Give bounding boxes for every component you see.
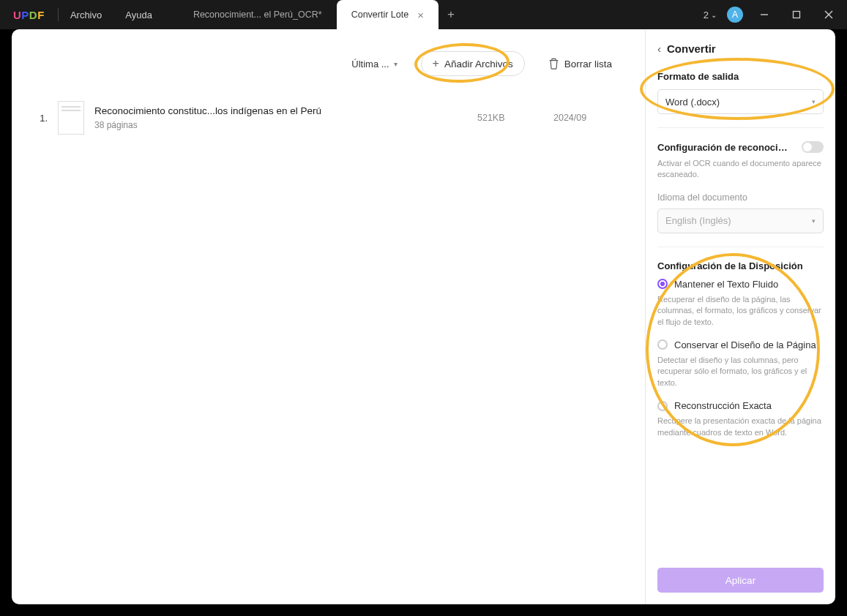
sidebar-title: Convertir <box>667 42 716 55</box>
sort-button[interactable]: Última ...▾ <box>344 54 404 74</box>
window-controls: 2⌄ A <box>704 4 847 26</box>
output-format-label: Formato de salida <box>657 71 824 82</box>
layout-config-label: Configuración de la Disposición <box>657 260 824 271</box>
clear-list-button[interactable]: Borrar lista <box>541 53 619 74</box>
plus-icon: + <box>433 57 439 70</box>
radio-icon <box>657 339 668 350</box>
radio-exact[interactable]: Reconstrucción Exacta Recupere la presen… <box>657 400 824 438</box>
ocr-label: Configuración de reconocimient... <box>657 142 789 153</box>
main-toolbar: Última ...▾ + Añadir Archivos Borrar lis… <box>37 51 619 76</box>
layout-radio-group: Mantener el Texto Fluido Recuperar el di… <box>657 279 824 438</box>
file-list: 1. Reconocimiento constituc...los indíge… <box>37 97 619 582</box>
close-icon[interactable]: × <box>417 9 424 21</box>
divider <box>657 127 824 128</box>
app-logo: UPDF <box>0 9 58 21</box>
trash-icon <box>548 58 559 70</box>
open-count[interactable]: 2⌄ <box>704 10 717 20</box>
file-row[interactable]: 1. Reconocimiento constituc...los indíge… <box>37 97 619 139</box>
add-tab-button[interactable]: + <box>439 7 463 22</box>
chevron-down-icon: ▾ <box>812 217 816 225</box>
tab-document[interactable]: Reconocimient... el Perú_OCR* <box>179 0 337 29</box>
main-panel: Última ...▾ + Añadir Archivos Borrar lis… <box>12 29 645 604</box>
radio-flowing-text[interactable]: Mantener el Texto Fluido Recuperar el di… <box>657 279 824 328</box>
radio-desc: Recuperar el diseño de la página, las co… <box>657 294 824 328</box>
titlebar: UPDF Archivo Ayuda Reconocimient... el P… <box>0 0 847 29</box>
file-name: Reconocimiento constituc...los indígenas… <box>94 105 467 116</box>
apply-button[interactable]: Aplicar <box>657 568 824 593</box>
file-index: 1. <box>37 113 48 124</box>
doc-language-select: English (Inglés)▾ <box>657 209 824 233</box>
file-size: 521KB <box>477 113 543 123</box>
chevron-down-icon: ▾ <box>812 98 816 105</box>
file-date: 2024/09 <box>553 113 619 123</box>
ocr-setting-row: Configuración de reconocimient... <box>657 141 824 153</box>
tab-strip: Reconocimient... el Perú_OCR* Convertir … <box>179 0 704 29</box>
radio-keep-layout[interactable]: Conservar el Diseño de la Página Detecta… <box>657 339 824 388</box>
sidebar-header: ‹ Convertir <box>657 42 824 55</box>
menu-file[interactable]: Archivo <box>59 10 113 20</box>
radio-icon <box>657 401 668 411</box>
workspace: Última ...▾ + Añadir Archivos Borrar lis… <box>12 29 835 604</box>
add-files-button[interactable]: + Añadir Archivos <box>421 51 525 76</box>
file-pages: 38 páginas <box>94 120 467 130</box>
convert-sidebar: ‹ Convertir Formato de salida Word (.doc… <box>645 29 835 604</box>
maximize-button[interactable] <box>786 4 807 26</box>
menu-help[interactable]: Ayuda <box>113 10 164 20</box>
back-icon[interactable]: ‹ <box>657 42 661 55</box>
output-format-select[interactable]: Word (.docx)▾ <box>657 89 824 114</box>
close-button[interactable] <box>818 4 840 26</box>
file-thumbnail <box>58 101 84 135</box>
radio-desc: Detectar el diseño y las columnas, pero … <box>657 355 824 388</box>
avatar[interactable]: A <box>727 7 743 23</box>
svg-rect-1 <box>794 12 800 18</box>
chevron-down-icon: ▾ <box>394 60 398 68</box>
tab-batch-convert[interactable]: Convertir Lote × <box>337 0 439 29</box>
doc-language-label: Idioma del documento <box>657 192 824 203</box>
minimize-button[interactable] <box>753 4 775 26</box>
radio-desc: Recupere la presentación exacta de la pá… <box>657 416 824 438</box>
radio-icon <box>657 279 668 289</box>
file-info: Reconocimiento constituc...los indígenas… <box>94 105 467 130</box>
ocr-toggle[interactable] <box>802 141 824 153</box>
ocr-help-text: Activar el OCR cuando el documento apare… <box>657 158 824 181</box>
divider <box>657 247 824 247</box>
